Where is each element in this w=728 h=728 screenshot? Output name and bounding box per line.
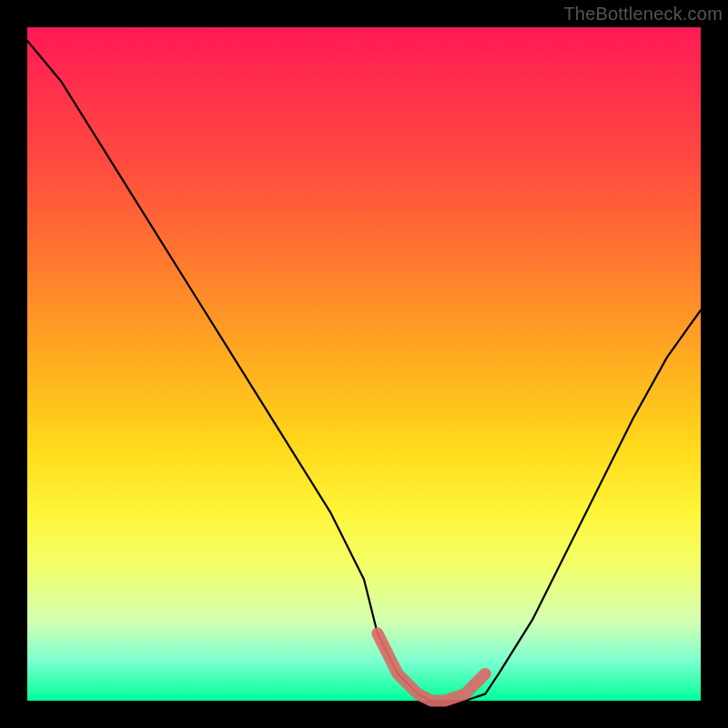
chart-frame: TheBottleneck.com [0, 0, 728, 728]
bottleneck-curve [27, 41, 701, 701]
highlight-segment [378, 633, 485, 701]
watermark-text: TheBottleneck.com [563, 4, 723, 25]
chart-svg [27, 27, 701, 701]
plot-area [27, 27, 701, 701]
